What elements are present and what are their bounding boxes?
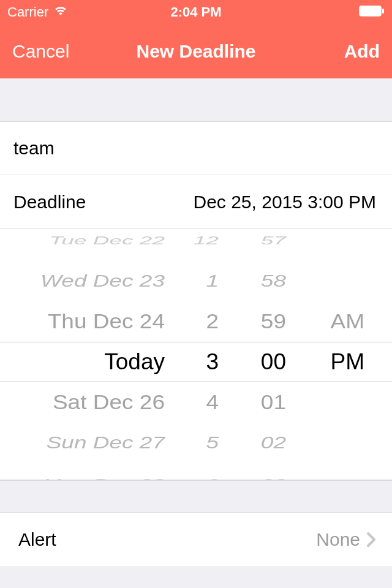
picker-hour-option: 5	[206, 428, 219, 458]
picker-date-option: Sun Dec 27	[47, 428, 165, 458]
add-button[interactable]: Add	[288, 41, 380, 62]
picker-date-option: Mon Dec 28	[43, 473, 165, 481]
deadline-value: Dec 25, 2015 3:00 PM	[193, 192, 376, 213]
picker-column-hour[interactable]: 11 12 1 2 3 4 5 6 7	[168, 229, 230, 480]
carrier-label: Carrier	[7, 4, 48, 20]
picker-minute-option: 58	[261, 266, 286, 296]
section-gap	[0, 480, 392, 512]
picker-date-selected: Today	[104, 342, 165, 382]
wifi-icon	[53, 4, 68, 20]
picker-minute-option: 57	[261, 231, 286, 251]
picker-minute-option: 59	[261, 303, 286, 341]
datetime-picker[interactable]: Mon Dec 21 Tue Dec 22 Wed Dec 23 Thu Dec…	[0, 229, 392, 480]
picker-hour-option: 12	[194, 231, 219, 251]
deadline-label: Deadline	[13, 192, 86, 213]
picker-date-option: Tue Dec 22	[49, 231, 165, 251]
picker-date-option: Thu Dec 24	[48, 303, 165, 341]
cancel-button[interactable]: Cancel	[12, 41, 104, 62]
picker-column-ampm[interactable]: AM PM	[297, 229, 364, 480]
chevron-right-icon	[366, 532, 376, 548]
picker-ampm-selected: PM	[331, 342, 365, 382]
picker-minute-option: 03	[261, 473, 286, 481]
alert-cell[interactable]: Alert None	[0, 512, 392, 567]
picker-date-option: Sat Dec 26	[53, 384, 165, 421]
picker-hour-option: 6	[206, 473, 219, 481]
svg-rect-1	[382, 9, 384, 13]
picker-hour-selected: 3	[206, 342, 219, 382]
picker-minute-option: 02	[261, 428, 286, 458]
nav-title: New Deadline	[104, 41, 288, 62]
status-bar: Carrier 2:04 PM	[0, 0, 392, 24]
title-input-value: team	[13, 138, 55, 159]
alert-value: None	[316, 529, 360, 550]
svg-rect-0	[360, 6, 381, 16]
picker-column-date[interactable]: Mon Dec 21 Tue Dec 22 Wed Dec 23 Thu Dec…	[12, 229, 168, 480]
title-input-cell[interactable]: team	[0, 121, 392, 175]
picker-hour-option: 4	[206, 384, 219, 421]
deadline-cell[interactable]: Deadline Dec 25, 2015 3:00 PM	[0, 175, 392, 229]
picker-minute-selected: 00	[261, 342, 286, 382]
status-time: 2:04 PM	[133, 4, 258, 20]
picker-minute-option: 01	[261, 384, 286, 421]
nav-bar: Cancel New Deadline Add	[0, 24, 392, 78]
alert-label: Alert	[18, 529, 56, 550]
picker-hour-option: 2	[206, 303, 219, 341]
picker-ampm-option: AM	[331, 303, 365, 341]
picker-hour-option: 1	[206, 266, 219, 296]
section-gap	[0, 78, 392, 121]
picker-date-option: Wed Dec 23	[40, 266, 165, 296]
battery-icon	[359, 4, 385, 20]
picker-column-minute[interactable]: 56 57 58 59 00 01 02 03 04	[230, 229, 297, 480]
